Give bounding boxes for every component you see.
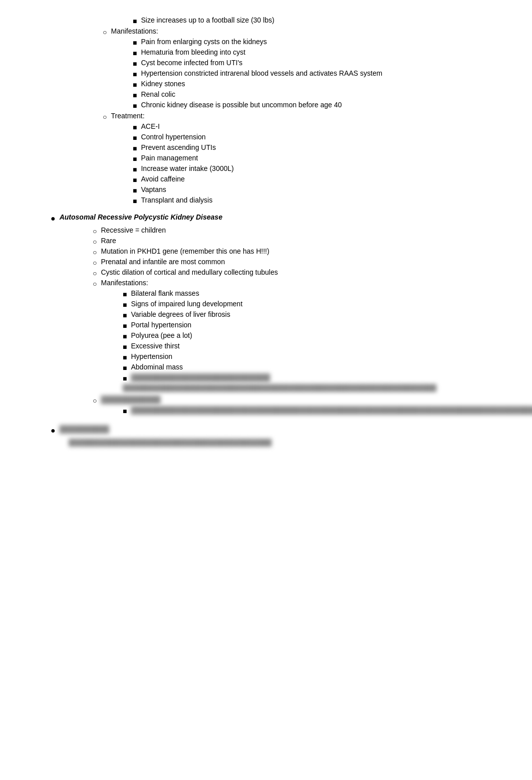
blurred-section: ● ██████████ [51,425,501,435]
polyurea-text: Polyurea (pee a lot) [131,331,501,339]
item-text: Avoid caffeine [141,175,501,183]
treatment-label: Treatment: [111,112,501,120]
list-item: ■ Pain management [133,154,501,163]
list-item: ■ Increase water intake (3000L) [133,164,501,173]
list-item: ○ ████████████ [93,396,501,405]
item-text: Transplant and dialysis [141,196,501,204]
list-item: ■ Cyst become infected from UTI's [133,59,501,68]
list-item: ■ ██████████████████████████████████████… [123,406,501,415]
filled-circle-bullet: ● [51,214,56,223]
blurred-item: ████████████████████████████ [131,373,501,381]
circle-bullet: ○ [93,248,97,256]
list-item: ■ ACE-I [133,122,501,131]
blurred-text: ████████████████████████████████████████… [123,384,501,392]
square-bullet: ■ [123,353,127,361]
square-bullet: ■ [123,343,127,351]
item-text: Chronic kidney disease is possible but u… [141,101,501,109]
size-increase-list: ■ Size increases up to a football size (… [121,16,501,25]
item-text: Cystic dilation of cortical and medullar… [101,268,501,276]
arpkd-section: ● Autosomal Recessive Polycystic Kidney … [51,213,501,223]
list-item: ○ Rare [93,237,501,246]
square-bullet: ■ [133,81,137,89]
list-item: ■ Pain from enlarging cysts on the kidne… [133,38,501,47]
list-item: ■ Hypertension constricted intrarenal bl… [133,69,501,78]
impaired-lung-text: Signs of impaired lung development [131,300,501,308]
square-bullet: ■ [133,123,137,131]
item-text: Mutation in PKHD1 gene (remember this on… [101,247,501,255]
square-bullet: ■ [133,60,137,68]
list-item: ○ Mutation in PKHD1 gene (remember this … [93,247,501,256]
list-item: ■ Control hypertension [133,133,501,142]
item-text: Cyst become infected from UTI's [141,59,501,67]
square-bullet: ■ [123,301,127,309]
treatment-header: ○ Treatment: [103,112,501,121]
square-bullet: ■ [123,322,127,330]
arpkd-title: Autosomal Recessive Polycystic Kidney Di… [60,213,501,221]
square-bullet: ■ [133,49,137,57]
blurred-item-text: ████████████████████████████████████████… [131,406,532,414]
square-bullet: ■ [123,290,127,298]
square-bullet: ■ [133,134,137,142]
circle-bullet: ○ [103,113,107,121]
list-item: ■ ████████████████████████████ [123,373,501,382]
square-bullet: ■ [133,144,137,152]
list-item: ■ Signs of impaired lung development [123,300,501,309]
item-text: Prenatal and infantile are most common [101,258,501,266]
arpkd-sub-list: ○ Recessive = children ○ Rare ○ Mutation… [81,226,501,288]
list-item: ■ Avoid caffeine [133,175,501,184]
circle-bullet: ○ [93,397,97,405]
size-increase-text: Size increases up to a football size (30… [141,16,501,24]
list-item: ■ Vaptans [133,185,501,194]
manifestations-items: ■ Pain from enlarging cysts on the kidne… [121,38,501,110]
square-bullet: ■ [133,197,137,205]
list-item: ■ Kidney stones [133,80,501,89]
blurred-section-title: ██████████ [60,425,501,433]
list-item: ■ Variable degrees of liver fibrosis [123,310,501,319]
excessive-thirst-text: Excessive thirst [131,342,501,350]
item-text: Control hypertension [141,133,501,141]
list-item: ○ Cystic dilation of cortical and medull… [93,268,501,277]
hypertension-text: Hypertension [131,352,501,360]
item-text: Increase water intake (3000L) [141,164,501,172]
square-bullet: ■ [133,70,137,78]
circle-bullet: ○ [93,238,97,246]
circle-bullet: ○ [93,269,97,277]
treatment-items: ■ ACE-I ■ Control hypertension ■ Prevent… [121,122,501,205]
manifestations-header: ○ Manifestations: [103,27,501,36]
list-item: ■ Polyurea (pee a lot) [123,331,501,340]
treatment-list: ○ Treatment: [91,112,501,121]
list-item: ■ Renal colic [133,90,501,99]
list-item: ■ Transplant and dialysis [133,196,501,205]
list-item: ○ Prenatal and infantile are most common [93,258,501,267]
manifestations2-label: Manifestations: [101,279,501,287]
list-item: ■ Abdominal mass [123,363,501,372]
list-item: ■ Hypertension [123,352,501,361]
list-item: ■ Portal hypertension [123,321,501,330]
list-item: ■ Bilateral flank masses [123,289,501,298]
blurred-sub-list: ○ ████████████ [81,396,501,405]
square-bullet: ■ [133,155,137,163]
square-bullet: ■ [123,364,127,372]
square-bullet: ■ [133,186,137,194]
square-bullet: ■ [133,17,137,25]
portal-hypertension-text: Portal hypertension [131,321,501,329]
item-text: Rare [101,237,501,245]
document-container: ■ Size increases up to a football size (… [31,16,501,446]
square-bullet: ■ [123,374,127,382]
item-text: Hematuria from bleeding into cyst [141,48,501,56]
square-bullet: ■ [123,311,127,319]
list-item: ■ Hematuria from bleeding into cyst [133,48,501,57]
item-text: ACE-I [141,122,501,130]
blurred-sub-items: ■ ██████████████████████████████████████… [111,406,501,415]
size-increase-item: ■ Size increases up to a football size (… [133,16,501,25]
manifestations-label: Manifestations: [111,27,501,35]
item-text: Kidney stones [141,80,501,88]
square-bullet: ■ [123,407,127,415]
liver-fibrosis-text: Variable degrees of liver fibrosis [131,310,501,318]
list-item: ■ Excessive thirst [123,342,501,351]
manifestations-list: ○ Manifestations: [91,27,501,36]
manifestations2-items: ■ Bilateral flank masses ■ Signs of impa… [111,289,501,382]
filled-circle-bullet: ● [51,426,56,435]
bilateral-flank-masses: Bilateral flank masses [131,289,501,297]
item-text: Pain management [141,154,501,162]
